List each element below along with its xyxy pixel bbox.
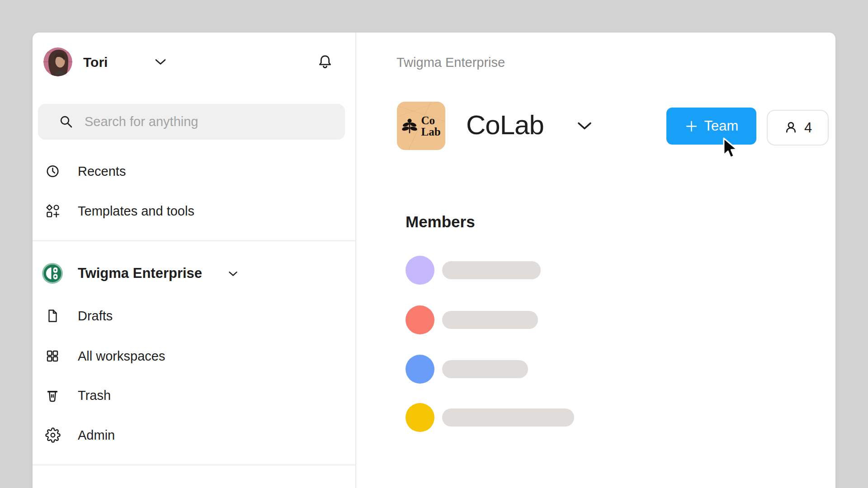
- sidebar-item-all-workspaces[interactable]: All workspaces: [33, 346, 356, 366]
- sidebar-item-templates[interactable]: Templates and tools: [33, 201, 356, 221]
- sidebar-item-admin[interactable]: Admin: [33, 425, 356, 445]
- member-count-button[interactable]: 4: [767, 110, 829, 145]
- clock-icon: [45, 164, 60, 179]
- sidebar: Tori Recents: [33, 33, 356, 488]
- sidebar-item-label: Templates and tools: [78, 202, 194, 220]
- sidebar-org-twigma-enterprise[interactable]: Twigma Enterprise: [33, 263, 356, 284]
- page-title: CoLab: [466, 108, 544, 142]
- org-logo-icon: [42, 263, 63, 284]
- sidebar-item-drafts[interactable]: Drafts: [33, 306, 356, 326]
- member-name-placeholder-bar: [442, 360, 528, 378]
- chevron-down-icon[interactable]: [155, 58, 166, 66]
- member-row[interactable]: [406, 355, 528, 384]
- avatar-image: [43, 47, 72, 76]
- sidebar-item-label: Trash: [78, 386, 111, 404]
- breadcrumb[interactable]: Twigma Enterprise: [396, 54, 505, 70]
- sidebar-divider: [33, 240, 356, 241]
- trash-icon: [45, 388, 60, 403]
- members-heading: Members: [406, 212, 475, 231]
- sidebar-item-label: Recents: [78, 162, 126, 180]
- plant-icon: [401, 113, 418, 139]
- member-avatar: [406, 403, 434, 432]
- file-icon: [45, 309, 60, 323]
- member-row[interactable]: [406, 305, 538, 334]
- chevron-down-icon[interactable]: [577, 121, 592, 131]
- sidebar-divider: [33, 465, 356, 465]
- member-row[interactable]: [406, 256, 541, 285]
- team-logo-wordmark: Co Lab: [421, 115, 440, 137]
- sidebar-item-trash[interactable]: Trash: [33, 385, 356, 405]
- sidebar-item-label: Admin: [78, 426, 115, 444]
- search-bar: [38, 104, 345, 140]
- gear-icon: [45, 427, 61, 443]
- member-avatar: [406, 256, 434, 285]
- team-logo: Co Lab: [397, 102, 445, 150]
- sidebar-item-recents[interactable]: Recents: [33, 161, 356, 181]
- plus-icon: [684, 119, 698, 133]
- person-icon: [783, 120, 798, 135]
- member-name-placeholder-bar: [442, 261, 541, 279]
- grid-icon: [45, 349, 60, 363]
- add-team-label: Team: [704, 118, 739, 134]
- user-name[interactable]: Tori: [83, 54, 108, 71]
- chevron-down-icon: [228, 271, 238, 277]
- search-input[interactable]: [38, 104, 345, 140]
- member-name-placeholder-bar: [442, 408, 574, 427]
- sidebar-item-label: All workspaces: [78, 347, 165, 365]
- user-avatar[interactable]: [43, 47, 72, 76]
- member-avatar: [406, 305, 434, 334]
- add-team-button[interactable]: Team: [666, 108, 756, 145]
- app-window: Tori Recents: [33, 33, 835, 488]
- org-name: Twigma Enterprise: [78, 264, 202, 282]
- member-avatar: [406, 355, 434, 384]
- member-row[interactable]: [406, 403, 574, 432]
- bell-icon[interactable]: [317, 54, 333, 70]
- member-name-placeholder-bar: [442, 311, 538, 329]
- member-count: 4: [804, 120, 812, 136]
- templates-icon: [45, 203, 61, 219]
- sidebar-item-label: Drafts: [78, 307, 113, 325]
